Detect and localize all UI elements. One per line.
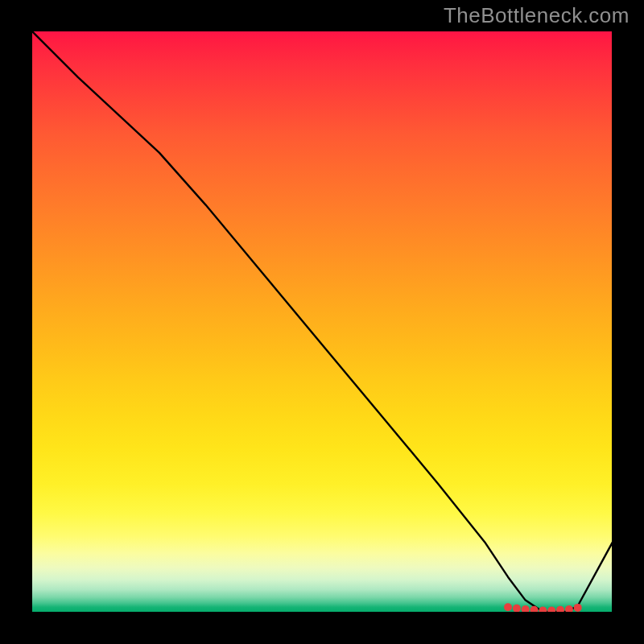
chart-container: TheBottleneck.com: [0, 0, 644, 644]
optimal-markers: [504, 603, 582, 612]
plot-area: [31, 31, 613, 612]
optimal-marker: [574, 604, 582, 612]
optimal-marker: [565, 605, 573, 612]
chart-svg: [31, 31, 613, 612]
optimal-marker: [539, 607, 547, 612]
watermark-label: TheBottleneck.com: [444, 3, 630, 28]
optimal-marker: [547, 607, 555, 612]
bottleneck-curve: [31, 31, 613, 612]
optimal-marker: [504, 603, 512, 611]
optimal-marker: [556, 606, 564, 612]
optimal-marker: [522, 605, 530, 612]
optimal-marker: [513, 605, 521, 612]
